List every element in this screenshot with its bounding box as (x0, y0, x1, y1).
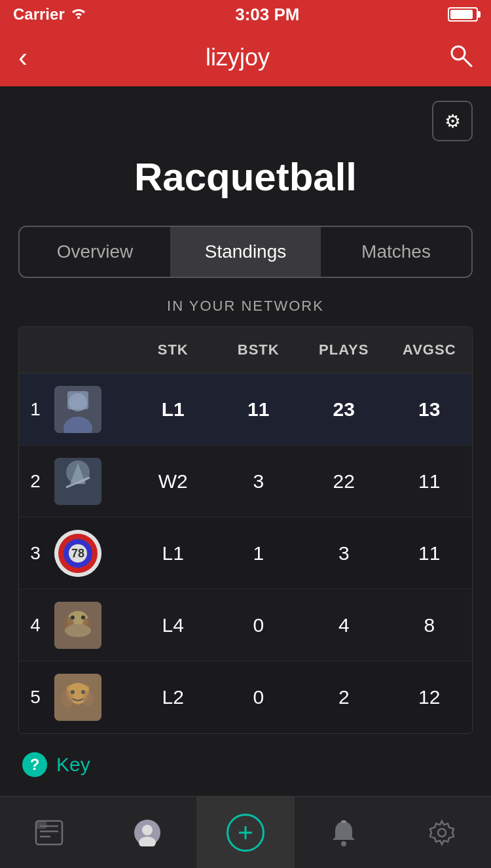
tab-matches[interactable]: Matches (321, 227, 471, 277)
svg-point-21 (71, 616, 75, 619)
back-button[interactable]: ‹ (18, 42, 27, 73)
wifi-icon (70, 6, 87, 23)
rank-cell: 1 (19, 378, 130, 441)
avatar: 78 (54, 530, 101, 577)
plays-value: 2 (301, 686, 387, 708)
svg-text:78: 78 (71, 547, 84, 560)
avgsc-value: 12 (387, 686, 473, 708)
rank-cell: 4 (19, 594, 130, 657)
bstk-value: 11 (216, 398, 302, 421)
stk-value: L1 (130, 398, 216, 421)
avgsc-value: 11 (387, 542, 473, 564)
tab-standings[interactable]: Standings (170, 227, 321, 277)
carrier-text: Carrier (13, 5, 65, 24)
svg-line-2 (464, 58, 471, 66)
rank-number: 5 (27, 687, 44, 708)
key-label: Key (56, 754, 90, 776)
table-row[interactable]: 4 L4 0 4 8 (19, 589, 472, 661)
nav-notifications[interactable] (295, 797, 393, 868)
main-content: ⚙ Racquetball Overview Standings Matches… (0, 86, 491, 868)
plays-value: 22 (301, 470, 387, 493)
rank-number: 4 (27, 615, 44, 636)
bstk-value: 0 (216, 686, 302, 708)
header-player (19, 327, 130, 373)
nav-add[interactable] (196, 797, 295, 868)
svg-point-35 (142, 825, 153, 835)
table-row[interactable]: 1 L1 11 23 13 (19, 373, 472, 445)
settings-area: ⚙ (0, 86, 491, 141)
bstk-value: 3 (216, 470, 302, 493)
nav-title: lizyjoy (206, 44, 270, 71)
battery-icon (448, 7, 478, 22)
svg-rect-33 (36, 821, 46, 829)
avatar (54, 458, 101, 505)
news-icon (35, 820, 64, 846)
settings-gear-icon (429, 820, 455, 846)
rank-number: 3 (27, 543, 44, 564)
profile-icon (134, 819, 161, 846)
svg-point-0 (77, 16, 80, 19)
header-bstk: BSTK (216, 327, 302, 373)
table-row[interactable]: 3 78 L1 1 3 11 (19, 517, 472, 589)
sport-title: Racquetball (0, 141, 491, 226)
header-plays: PLAYS (301, 327, 387, 373)
bottom-nav (0, 796, 491, 868)
stk-value: W2 (130, 470, 216, 493)
status-bar: Carrier 3:03 PM (0, 0, 491, 29)
standings-table: STK BSTK PLAYS AVGSC 1 L1 11 23 (18, 326, 473, 734)
avgsc-value: 13 (387, 398, 473, 421)
stk-value: L1 (130, 542, 216, 564)
nav-settings[interactable] (393, 797, 491, 868)
gear-icon: ⚙ (445, 111, 461, 132)
nav-news[interactable] (0, 797, 98, 868)
tab-overview[interactable]: Overview (20, 227, 170, 277)
avgsc-value: 11 (387, 470, 473, 493)
plays-value: 3 (301, 542, 387, 564)
table-row[interactable]: 5 L2 0 2 12 (19, 661, 472, 733)
bstk-value: 0 (216, 614, 302, 636)
table-row[interactable]: 2 W2 3 22 11 (19, 445, 472, 517)
rank-cell: 3 78 (19, 522, 130, 585)
svg-point-41 (438, 829, 446, 837)
add-icon (227, 814, 264, 852)
svg-point-28 (81, 690, 85, 694)
header-avgsc: AVGSC (387, 327, 473, 373)
svg-point-22 (81, 616, 85, 619)
svg-rect-6 (67, 391, 88, 409)
search-button[interactable] (448, 43, 473, 73)
key-section[interactable]: ? Key (0, 734, 491, 795)
rank-cell: 5 (19, 666, 130, 729)
stk-value: L2 (130, 686, 216, 708)
add-circle (227, 814, 264, 852)
rank-number: 2 (27, 471, 44, 492)
nav-bar: ‹ lizyjoy (0, 29, 491, 86)
header-stk: STK (130, 327, 216, 373)
svg-point-39 (341, 841, 346, 846)
stk-value: L4 (130, 614, 216, 636)
avgsc-value: 8 (387, 614, 473, 636)
svg-point-20 (65, 624, 91, 637)
avatar (54, 386, 101, 433)
network-label: IN YOUR NETWORK (0, 298, 491, 315)
status-time: 3:03 PM (235, 5, 299, 25)
svg-point-27 (71, 690, 75, 694)
plays-value: 4 (301, 614, 387, 636)
plays-value: 23 (301, 398, 387, 421)
svg-rect-40 (341, 820, 346, 823)
rank-number: 1 (27, 399, 44, 420)
rank-cell: 2 (19, 450, 130, 513)
avatar (54, 602, 101, 649)
carrier-info: Carrier (13, 5, 87, 24)
battery-indicator (448, 7, 478, 22)
tab-group: Overview Standings Matches (18, 226, 473, 278)
key-icon: ? (22, 752, 47, 777)
settings-button[interactable]: ⚙ (432, 101, 473, 141)
table-header: STK BSTK PLAYS AVGSC (19, 327, 472, 373)
bell-icon (331, 819, 356, 846)
avatar (54, 674, 101, 721)
nav-profile[interactable] (98, 797, 196, 868)
bstk-value: 1 (216, 542, 302, 564)
